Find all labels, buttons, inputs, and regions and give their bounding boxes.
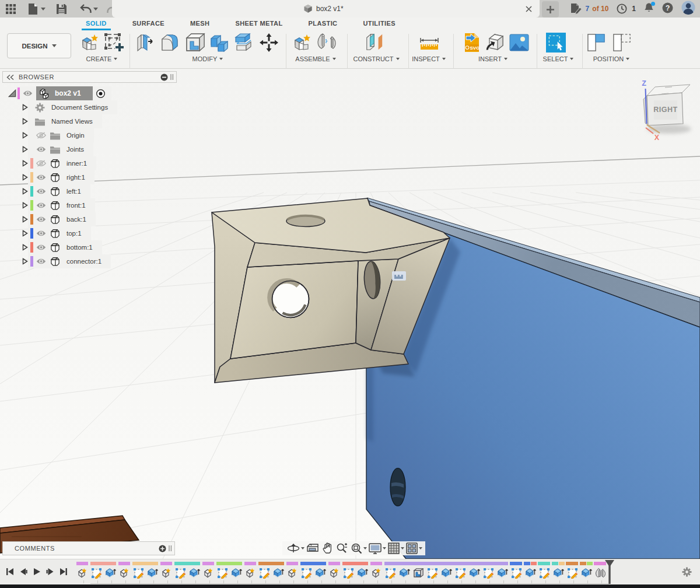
component-color-bar[interactable] [30,172,33,183]
app-grid-icon[interactable] [0,0,21,18]
inspect-group-label[interactable]: INSPECT [410,55,448,62]
browser-tree-row[interactable]: Named Views [0,114,117,128]
timeline-feature[interactable] [482,562,495,583]
pan-icon[interactable] [320,541,334,555]
component-color-bar[interactable] [30,256,33,267]
timeline-feature[interactable] [538,562,551,583]
timeline-feature[interactable] [300,562,313,583]
expand-triangle-icon[interactable] [22,188,28,195]
timeline-feature[interactable] [566,562,579,583]
expand-triangle-icon[interactable] [22,160,28,167]
component-color-bar[interactable] [30,130,33,141]
timeline-feature[interactable] [412,562,425,583]
timeline-feature[interactable] [272,562,285,583]
expand-triangle-icon[interactable] [22,230,28,237]
visibility-eye-icon[interactable] [23,90,33,97]
capture-position-button[interactable] [587,33,607,52]
timeline-feature[interactable] [552,562,565,583]
expand-triangle-icon[interactable] [22,244,28,251]
expand-triangle-icon[interactable] [22,216,28,223]
expand-triangle-icon[interactable] [22,104,28,111]
timeline-feature[interactable] [216,562,229,583]
document-tab[interactable]: box2 v1* [112,0,540,18]
grid-settings-icon[interactable] [386,541,401,555]
insert-svg-button[interactable]: SVG [461,33,481,52]
ribbon-tab[interactable]: MESH [177,18,222,30]
measure-button[interactable] [419,33,439,52]
component-color-bar[interactable] [30,158,33,169]
expand-triangle-icon[interactable] [22,132,28,139]
assemble-group-label[interactable]: ASSEMBLE [290,55,341,62]
display-settings-icon[interactable] [367,541,383,555]
step-forward-icon[interactable] [46,568,54,576]
browser-tree-row[interactable]: inner:1 [0,156,117,170]
look-at-icon[interactable] [304,541,320,555]
timeline-feature[interactable] [90,562,103,583]
timeline-feature[interactable] [426,562,439,583]
browser-root-row[interactable]: box2 v1 [0,86,117,100]
timeline-feature[interactable] [356,562,369,583]
skip-to-end-icon[interactable] [60,568,68,576]
expand-triangle-icon[interactable] [8,89,16,97]
combine-button[interactable] [210,33,230,52]
zoom-icon[interactable] [334,541,349,555]
insert-canvas-button[interactable] [509,33,529,52]
timeline-feature[interactable] [580,562,593,583]
avatar[interactable] [681,1,695,17]
activate-component-radio[interactable] [96,89,106,99]
component-color-bar[interactable] [30,214,33,225]
expand-triangle-icon[interactable] [22,146,28,153]
undo-icon[interactable] [78,0,93,18]
timeline-feature[interactable] [314,562,327,583]
position-group-label[interactable]: POSITION [588,55,635,62]
timeline-feature[interactable] [188,562,201,583]
browser-tree-row[interactable]: Origin [0,128,117,142]
help-icon[interactable]: ? [662,2,673,16]
visibility-eye-icon[interactable] [36,258,46,265]
timeline-feature[interactable] [160,562,173,583]
fillet-button[interactable] [160,33,180,52]
visibility-eye-icon[interactable] [36,146,46,153]
timeline-feature[interactable] [342,562,355,583]
file-menu-caret[interactable] [41,8,46,10]
visibility-eye-icon[interactable] [36,244,46,251]
timeline-feature[interactable] [510,562,523,583]
timeline-feature[interactable] [328,562,341,583]
component-color-bar[interactable] [30,228,33,239]
revert-position-button[interactable] [612,33,632,52]
save-icon[interactable] [52,0,70,18]
visibility-eye-icon[interactable] [36,216,46,223]
browser-tree-row[interactable]: Document Settings [0,100,117,114]
viewcube-face-label[interactable]: RIGHT [653,106,677,114]
ribbon-tab[interactable]: UTILITIES [350,18,408,30]
fit-icon[interactable] [349,541,363,555]
version-indicator[interactable]: 7of 10 [570,4,609,15]
expand-triangle-icon[interactable] [22,258,28,265]
timeline-feature[interactable] [202,562,215,583]
construct-plane-button[interactable] [365,33,384,52]
timeline-feature[interactable] [468,562,481,583]
visibility-eye-off-icon[interactable] [36,132,46,139]
split-body-button[interactable] [234,33,254,52]
browser-tree-row[interactable]: bottom:1 [0,240,117,254]
select-group-label[interactable]: SELECT [540,55,576,62]
timeline-feature[interactable] [370,562,383,583]
construct-group-label[interactable]: CONSTRUCT [351,55,401,62]
timeline-feature[interactable] [76,562,89,583]
insert-mesh-button[interactable] [485,33,505,52]
timeline-feature[interactable] [384,562,397,583]
timeline-feature[interactable] [244,562,257,583]
timeline-feature[interactable] [258,562,271,583]
joint-button[interactable] [317,33,337,52]
file-menu-icon[interactable] [24,0,41,18]
new-tab-button[interactable] [542,1,559,18]
modify-group-label[interactable]: MODIFY [186,55,230,62]
undo-caret[interactable] [93,8,98,10]
workspace-selector[interactable]: DESIGN [7,33,71,58]
insert-group-label[interactable]: INSERT [474,55,512,62]
browser-tree-row[interactable]: front:1 [0,198,117,212]
tab-close-icon[interactable] [522,2,535,15]
component-color-bar[interactable] [30,242,33,253]
shell-button[interactable] [186,33,205,52]
browser-tree-row[interactable]: connector:1 [0,254,117,268]
